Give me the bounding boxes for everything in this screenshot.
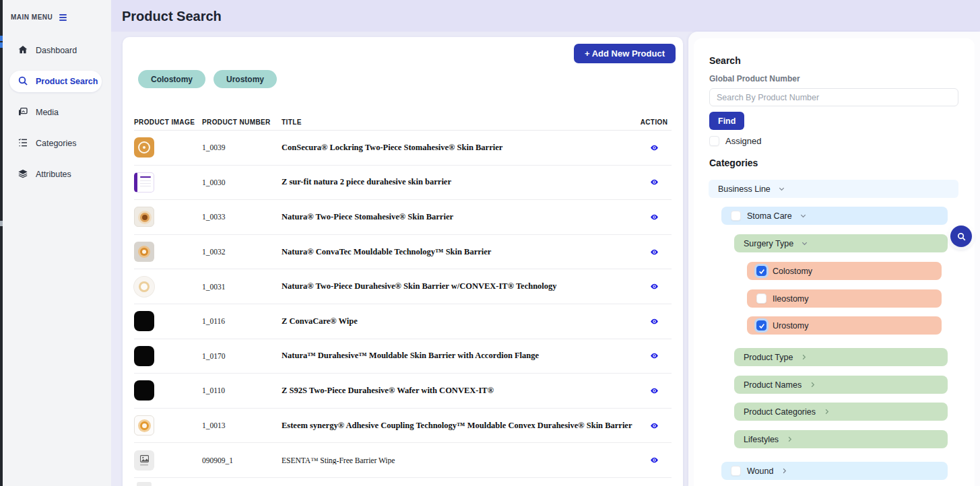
find-button[interactable]: Find — [709, 112, 744, 130]
view-product-eye-icon[interactable] — [648, 176, 660, 188]
view-product-eye-icon[interactable] — [648, 211, 660, 223]
view-product-eye-icon[interactable] — [648, 315, 660, 327]
view-product-eye-icon[interactable] — [648, 246, 660, 258]
table-row: 1_0031 Natura® Two-Piece Durahesive® Ski… — [134, 269, 672, 304]
filter-chip-urostomy[interactable]: Urostomy — [214, 70, 277, 88]
colostomy-checkbox[interactable] — [756, 266, 766, 276]
chevron-right-icon — [786, 436, 793, 443]
category-label: Business Line — [718, 184, 771, 194]
category-label: Urostomy — [773, 321, 808, 331]
product-image — [134, 242, 154, 262]
assigned-filter[interactable]: Assigned — [709, 136, 761, 146]
active-filter-chips: Colostomy Urostomy — [138, 70, 277, 88]
product-title: ESENTA™ Sting-Free Barrier Wipe — [282, 456, 636, 464]
view-product-eye-icon[interactable] — [648, 281, 660, 293]
view-product-eye-icon[interactable] — [648, 419, 660, 431]
product-image — [134, 415, 154, 436]
sidebar-item-media[interactable]: Media — [3, 102, 111, 123]
product-number: 1_0030 — [202, 178, 282, 186]
product-image — [134, 172, 154, 193]
assigned-checkbox[interactable] — [709, 136, 719, 146]
add-new-product-button[interactable]: + Add New Product — [574, 44, 676, 63]
page-title: Product Search — [122, 9, 222, 24]
view-product-eye-icon[interactable] — [648, 384, 660, 396]
floating-search-button[interactable] — [950, 225, 972, 247]
product-title: Natura™ Durahesive™ Mouldable Skin Barri… — [282, 351, 636, 361]
menu-toggle-icon[interactable] — [59, 14, 67, 21]
product-number: 1_0013 — [202, 421, 282, 429]
categories-section-heading: Categories — [709, 158, 758, 168]
sidebar-item-categories[interactable]: Categories — [3, 133, 111, 154]
column-header-product-number: PRODUCT NUMBER — [202, 118, 282, 126]
product-image — [134, 207, 154, 227]
sidebar-item-label: Attributes — [36, 170, 71, 179]
chevron-right-icon — [800, 353, 808, 361]
table-row: 1_0039 ConSecura® Lockring Two-Piece Sto… — [134, 131, 672, 166]
category-lifestyles[interactable]: Lifestyles — [734, 430, 948, 448]
sidebar-item-attributes[interactable]: Attributes — [3, 164, 111, 185]
chevron-down-icon — [778, 185, 785, 193]
table-row: 1_0116 Z ConvaCare® Wipe — [134, 304, 672, 339]
product-number: 1_0033 — [202, 213, 282, 221]
table-row: 1_0013 Esteem synergy® Adhesive Coupling… — [134, 409, 672, 444]
category-business-line[interactable]: Business Line — [709, 180, 958, 198]
product-number: 1_0116 — [202, 317, 282, 325]
product-title: Natura® ConvaTec Mouldable Technology™ S… — [282, 247, 636, 257]
table-row: 1_0030 Z sur-fit natura 2 piece durahesi… — [134, 166, 672, 201]
table-row: 1_0033 Natura® Two-Piece Stomahesive® Sk… — [134, 200, 672, 235]
category-ileostomy[interactable]: Ileostomy — [747, 289, 942, 308]
search-section-heading: Search — [709, 55, 741, 66]
chevron-right-icon — [781, 467, 788, 475]
product-image — [134, 380, 154, 401]
image-placeholder-icon — [140, 455, 149, 462]
sidebar-menu-label: MAIN MENU — [11, 13, 53, 21]
product-image-placeholder — [134, 450, 154, 471]
media-icon — [18, 106, 28, 119]
product-title: ConSecura® Lockring Two-Piece Stomahesiv… — [282, 143, 636, 153]
category-label: Product Categories — [744, 407, 816, 417]
filter-panel: Search Global Product Number Find Assign… — [688, 32, 980, 486]
sidebar-item-label: Product Search — [36, 77, 98, 86]
window-edge-strip — [0, 0, 3, 486]
urostomy-checkbox[interactable] — [756, 320, 766, 331]
product-number-search-input[interactable] — [709, 88, 958, 106]
wound-checkbox[interactable] — [731, 466, 741, 476]
sidebar-item-label: Media — [36, 108, 59, 117]
category-label: Lifestyles — [744, 435, 779, 444]
view-product-eye-icon[interactable] — [648, 141, 660, 153]
sidebar-item-product-search[interactable]: Product Search — [9, 71, 102, 92]
category-product-names[interactable]: Product Names — [734, 376, 948, 394]
chevron-down-icon — [799, 212, 807, 219]
product-image — [134, 277, 154, 297]
view-product-eye-icon[interactable] — [648, 350, 660, 362]
category-colostomy[interactable]: Colostomy — [747, 262, 942, 280]
table-row: 1_0110 Z S92S Two-Piece Durahesive® Wafe… — [134, 374, 672, 409]
category-stoma-care[interactable]: Stoma Care — [721, 207, 948, 225]
product-image — [134, 311, 154, 331]
chevron-right-icon — [809, 381, 816, 388]
ileostomy-checkbox[interactable] — [756, 293, 766, 304]
category-product-categories[interactable]: Product Categories — [734, 403, 948, 421]
category-product-type[interactable]: Product Type — [734, 348, 948, 366]
product-title: Z S92S Two-Piece Durahesive® Wafer with … — [282, 386, 636, 396]
view-product-eye-icon[interactable] — [648, 454, 660, 466]
search-icon — [18, 75, 28, 88]
table-header-row: PRODUCT IMAGE PRODUCT NUMBER TITLE ACTIO… — [134, 114, 672, 131]
category-label: Ileostomy — [773, 294, 809, 304]
product-title: Natura® Two-Piece Stomahesive® Skin Barr… — [282, 212, 636, 222]
category-surgery-type[interactable]: Surgery Type — [734, 234, 948, 252]
sidebar-item-dashboard[interactable]: Dashboard — [3, 40, 111, 61]
filter-chip-colostomy[interactable]: Colostomy — [138, 70, 205, 88]
category-wound[interactable]: Wound — [721, 462, 948, 480]
stoma-care-checkbox[interactable] — [731, 211, 741, 221]
category-label: Wound — [747, 466, 773, 476]
chevron-right-icon — [823, 408, 830, 415]
category-label: Stoma Care — [747, 211, 792, 221]
product-title: Natura® Two-Piece Durahesive® Skin Barri… — [282, 281, 636, 291]
product-number: 1_0032 — [202, 248, 282, 256]
edge-marker — [0, 42, 3, 48]
product-number: 1_0170 — [202, 352, 282, 360]
category-urostomy[interactable]: Urostomy — [747, 316, 942, 335]
column-header-title: TITLE — [282, 118, 636, 126]
chevron-down-icon — [801, 240, 808, 247]
